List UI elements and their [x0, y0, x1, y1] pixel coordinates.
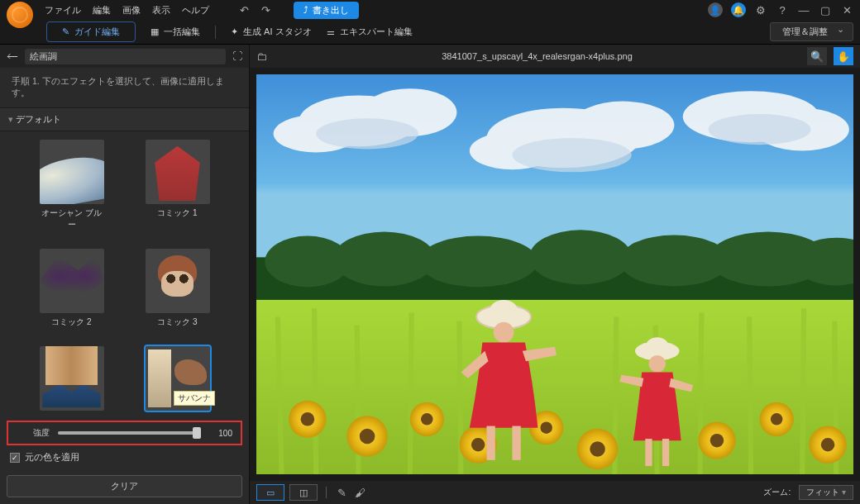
menu-image[interactable]: 画像 [122, 4, 141, 17]
thumb-image [40, 249, 104, 313]
back-icon[interactable]: 🡐 [7, 50, 18, 63]
svg-point-59 [646, 337, 668, 354]
titlebar: ファイル 編集 画像 表示 ヘルプ ↶ ↷ ⤴ 書き出し 👤 🔔 ⚙ ? — ▢… [0, 0, 860, 20]
svg-point-15 [418, 236, 538, 288]
manage-adjust-button[interactable]: 管理＆調整 [770, 22, 853, 41]
zoom-select[interactable]: フィット [799, 485, 853, 500]
redo-icon[interactable]: ↷ [259, 3, 272, 17]
preview-image [256, 74, 853, 474]
bottom-bar: ▭ ◫ ✎ 🖌 ズーム: フィット [250, 481, 860, 504]
thumb-image [146, 140, 210, 204]
svg-line-24 [410, 312, 412, 474]
eyedropper-icon[interactable]: ✎ [335, 486, 348, 499]
expand-icon[interactable]: ⛶ [232, 50, 242, 62]
menu-help[interactable]: ヘルプ [182, 4, 209, 17]
svg-point-51 [821, 438, 835, 452]
svg-line-29 [749, 317, 751, 474]
svg-point-47 [710, 434, 724, 448]
tab-ai-studio[interactable]: ✦ 生成 AI スタジオ [231, 26, 312, 38]
strength-controls: 強度 100 [7, 421, 242, 445]
thumb-label: オーシャン ブルー [40, 207, 104, 231]
undo-icon[interactable]: ↶ [237, 3, 251, 17]
topnav: ✎ ガイド編集 ▦ 一括編集 ✦ 生成 AI スタジオ ⚌ エキスパート編集 管… [0, 20, 860, 45]
view-single-button[interactable]: ▭ [256, 484, 284, 501]
effect-thumb-コミック 1[interactable]: コミック 1 [146, 140, 210, 231]
pan-tool-icon[interactable]: ✋ [834, 47, 853, 65]
thumb-label: コミック 4 [40, 414, 104, 416]
sparkle-icon: ✦ [231, 26, 238, 37]
tooltip: サバンナ [174, 391, 215, 406]
svg-point-10 [512, 138, 631, 172]
clear-button[interactable]: クリア [7, 475, 242, 497]
thumb-label: コミック 1 [146, 207, 210, 219]
grid-icon: ▦ [150, 26, 159, 37]
thumb-label: コミック 3 [146, 316, 210, 328]
canvas[interactable] [256, 74, 853, 474]
svg-point-33 [301, 412, 315, 426]
tab-expert-edit[interactable]: ⚌ エキスパート編集 [327, 26, 413, 38]
thumb-label: サバンナ [146, 414, 210, 416]
effect-thumb-コミック 3[interactable]: コミック 3 [146, 249, 210, 328]
effect-thumb-サバンナ[interactable]: サバンナサバンナ [146, 346, 210, 416]
app-logo [7, 2, 33, 28]
divider [215, 26, 216, 39]
wand-icon: ✎ [62, 26, 69, 37]
svg-point-11 [709, 114, 811, 145]
svg-line-30 [802, 308, 804, 474]
svg-rect-56 [486, 426, 494, 460]
tab-guide-edit[interactable]: ✎ ガイド編集 [46, 21, 136, 42]
svg-rect-20 [256, 300, 853, 474]
maximize-icon[interactable]: ▢ [819, 3, 832, 17]
apply-original-color-checkbox[interactable]: ✓ 元の色を適用 [10, 452, 239, 464]
zoom-tool-icon[interactable]: 🔍 [807, 47, 827, 65]
svg-rect-61 [645, 439, 652, 466]
zoom-label: ズーム: [763, 487, 791, 498]
svg-rect-62 [662, 439, 669, 466]
effect-thumb-コミック 4[interactable]: コミック 4 [40, 346, 104, 416]
menu-view[interactable]: 表示 [152, 4, 170, 17]
thumb-label: コミック 2 [40, 316, 104, 328]
close-icon[interactable]: ✕ [840, 3, 853, 17]
svg-point-49 [771, 413, 782, 425]
svg-point-39 [471, 438, 485, 452]
canvas-area: 🗀 3841007_s_upscayl_4x_realesrgan-x4plus… [250, 45, 860, 504]
menu-file[interactable]: ファイル [45, 4, 81, 17]
export-button[interactable]: ⤴ 書き出し [294, 2, 359, 19]
effect-thumb-コミック 2[interactable]: コミック 2 [40, 249, 104, 328]
brush-icon[interactable]: 🖌 [353, 486, 366, 499]
thumb-image [40, 346, 104, 411]
thumb-image [40, 140, 104, 204]
svg-point-55 [494, 322, 514, 343]
strength-label: 強度 [17, 427, 50, 439]
help-icon[interactable]: ? [776, 3, 789, 17]
strength-value: 100 [209, 429, 232, 438]
svg-line-22 [314, 308, 316, 474]
user-icon[interactable]: 👤 [708, 2, 723, 17]
svg-point-41 [540, 421, 552, 433]
svg-rect-57 [512, 426, 520, 460]
view-split-button[interactable]: ◫ [289, 484, 318, 501]
svg-point-37 [421, 413, 432, 425]
divider [326, 487, 327, 498]
filename: 3841007_s_upscayl_4x_realesrgan-x4plus.p… [274, 51, 800, 61]
svg-point-43 [590, 441, 605, 457]
tab-batch-edit[interactable]: ▦ 一括編集 [150, 26, 200, 38]
sidebar-title: 絵画調 [25, 49, 226, 64]
strength-slider[interactable] [58, 431, 201, 435]
section-default[interactable]: デフォルト [0, 107, 249, 131]
svg-point-54 [490, 300, 518, 321]
svg-point-9 [316, 118, 418, 149]
step-instruction: 手順 1. 下のエフェクトを選択して、画像に適用します。 [0, 68, 249, 107]
upload-icon: ⤴ [303, 5, 308, 15]
minimize-icon[interactable]: — [797, 3, 810, 17]
thumb-image [146, 249, 210, 313]
settings-icon[interactable]: ⚙ [754, 3, 767, 17]
checkbox-icon: ✓ [10, 453, 20, 463]
sidebar: 🡐 絵画調 ⛶ 手順 1. 下のエフェクトを選択して、画像に適用します。 デフォ… [0, 45, 250, 504]
menu-edit[interactable]: 編集 [93, 4, 111, 17]
svg-point-60 [648, 355, 666, 373]
folder-icon[interactable]: 🗀 [256, 50, 267, 63]
notification-icon[interactable]: 🔔 [731, 2, 746, 17]
svg-point-16 [529, 230, 632, 284]
effect-thumb-オーシャン ブルー[interactable]: オーシャン ブルー [40, 140, 104, 231]
